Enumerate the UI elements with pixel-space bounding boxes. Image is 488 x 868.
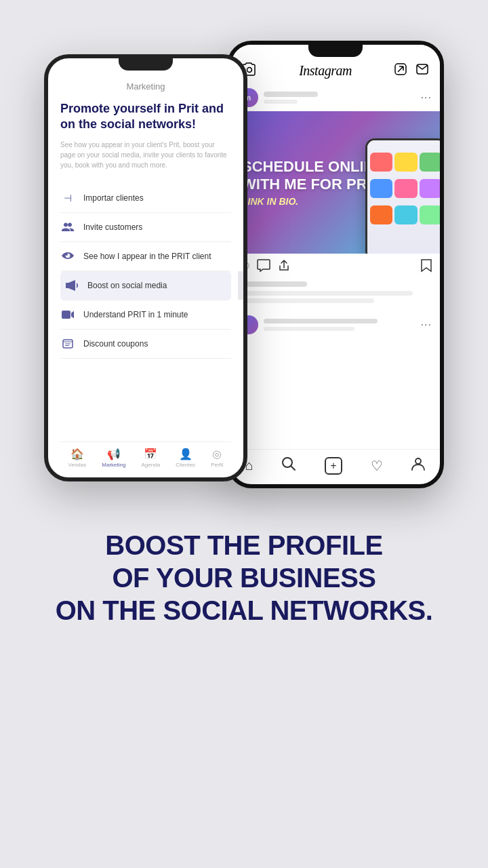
nav-vendas[interactable]: 🏠 Vendas <box>68 448 87 468</box>
nav-agenda-label: Agenda <box>142 462 161 468</box>
menu-item-coupons[interactable]: Discount coupons <box>60 330 231 359</box>
nav-perfil-label: Perfil <box>211 462 223 468</box>
menu-label-import: Importar clientes <box>83 193 144 203</box>
ig-bottom-nav: ⌂ + ♡ <box>231 449 440 484</box>
menu-item-appear[interactable]: See how I appear in the PRIT client <box>60 242 231 271</box>
agenda-nav-icon: 📅 <box>144 448 157 460</box>
invite-icon <box>60 220 75 235</box>
ig-share-icon[interactable] <box>277 259 291 276</box>
second-post-line2 <box>264 327 354 331</box>
nav-marketing[interactable]: 📢 Marketing <box>102 448 125 468</box>
eye-icon <box>60 249 75 264</box>
ig-likes-block <box>231 281 440 310</box>
ig-send-icon[interactable] <box>394 62 407 79</box>
second-post-line1 <box>264 319 378 323</box>
phones-row: Marketing Promote yourself in Prit and o… <box>0 41 488 502</box>
ig-caption-line2 <box>239 298 374 303</box>
app-icon-2 <box>394 153 417 172</box>
bottom-nav: 🏠 Vendas 📢 Marketing 📅 Agenda 👤 Clientes <box>60 441 231 471</box>
tagline-line2: OF YOUR BUSINESS <box>56 561 433 594</box>
app-icon-1 <box>370 153 392 172</box>
ig-second-post: ··· <box>231 310 440 340</box>
clientes-nav-icon: 👤 <box>179 448 192 460</box>
phone-in-post-inner <box>367 140 440 254</box>
ig-messenger-icon[interactable] <box>415 62 429 79</box>
instagram-screen: Instagram <box>231 45 440 484</box>
app-icon-5 <box>394 179 417 198</box>
username-line <box>264 92 318 97</box>
menu-label-understand: Understand PRIT in 1 minute <box>83 310 188 319</box>
ig-post-header: n ··· <box>231 84 440 111</box>
app-icon-6 <box>420 179 440 198</box>
phone-notch-right <box>308 45 363 57</box>
app-icon-3 <box>420 153 440 172</box>
ig-schedule-line1: SCHEDULE ONLINE <box>242 158 384 176</box>
instagram-logo: Instagram <box>299 63 352 79</box>
ig-comment-icon[interactable] <box>257 259 270 276</box>
username-sub-line <box>264 100 298 104</box>
ig-likes-line <box>239 281 307 287</box>
home-nav-icon: 🏠 <box>70 448 84 460</box>
marketing-nav-icon: 📢 <box>107 448 121 460</box>
ig-header-icons <box>394 62 429 79</box>
svg-line-9 <box>291 466 295 470</box>
prit-main-heading: Promote yourself in Prit and on the soci… <box>60 101 231 132</box>
ig-more-icon[interactable]: ··· <box>421 92 432 104</box>
perfil-nav-icon: ◎ <box>212 448 222 460</box>
menu-label-coupons: Discount coupons <box>83 339 148 349</box>
ig-bookmark-icon[interactable] <box>421 259 432 276</box>
app-icon-7 <box>370 205 392 224</box>
nav-clientes-label: Clientes <box>176 462 195 468</box>
menu-label-appear: See how I appear in the PRIT client <box>83 252 211 261</box>
ig-search-icon[interactable] <box>281 456 296 475</box>
ig-profile-icon[interactable] <box>411 456 426 475</box>
second-post-lines <box>264 319 415 331</box>
svg-rect-0 <box>62 311 70 319</box>
prit-screen: Marketing Promote yourself in Prit and o… <box>48 58 243 477</box>
megaphone-icon <box>64 278 79 293</box>
menu-item-import[interactable]: ⊣ Importar clientes <box>60 184 231 213</box>
video-icon <box>60 307 75 322</box>
ig-heart-icon[interactable]: ♡ <box>371 458 383 474</box>
menu-label-boost: Boost on social media <box>87 281 167 290</box>
ig-link-text: LINK IN BIO. <box>242 196 384 207</box>
import-icon: ⊣ <box>60 191 75 205</box>
phone-in-post-mockup <box>365 138 440 254</box>
page-container: Marketing Promote yourself in Prit and o… <box>0 0 488 868</box>
ig-create-icon[interactable]: + <box>325 457 342 475</box>
app-icon-8 <box>394 205 417 224</box>
svg-point-5 <box>247 68 252 73</box>
app-icon-4 <box>370 179 392 198</box>
ig-post-image: SCHEDULE ONLINE WITH ME FOR PRIT LINK IN… <box>231 111 440 254</box>
ig-post-actions: ♡ <box>231 254 440 281</box>
phone-notch-left <box>119 58 173 71</box>
nav-vendas-label: Vendas <box>68 462 87 468</box>
highlight-bar <box>238 271 243 300</box>
coupon-icon <box>60 336 75 351</box>
menu-item-understand[interactable]: Understand PRIT in 1 minute <box>60 300 231 330</box>
nav-clientes[interactable]: 👤 Clientes <box>176 448 195 468</box>
second-post-more-icon[interactable]: ··· <box>421 319 432 331</box>
prit-sub-text: See how you appear in your client's Prit… <box>60 140 231 170</box>
phone-right: Instagram <box>227 41 444 488</box>
nav-marketing-label: Marketing <box>102 462 125 468</box>
menu-item-invite[interactable]: Invite customers <box>60 213 231 242</box>
bottom-tagline: BOOST THE PROFILE OF YOUR BUSINESS ON TH… <box>28 529 460 627</box>
menu-item-boost[interactable]: Boost on social media <box>60 271 231 300</box>
phone-left: Marketing Promote yourself in Prit and o… <box>44 54 247 481</box>
prit-menu-list: ⊣ Importar clientes Invite customers <box>60 184 231 441</box>
ig-caption-line1 <box>239 291 413 296</box>
tagline-line1: BOOST THE PROFILE <box>56 529 433 561</box>
ig-username-block <box>264 92 415 104</box>
svg-point-10 <box>415 458 421 464</box>
menu-label-invite: Invite customers <box>83 222 142 232</box>
tagline-line3: ON THE SOCIAL NETWORKS. <box>56 594 433 627</box>
app-icon-9 <box>420 205 440 224</box>
ig-schedule-line2: WITH ME FOR PRIT <box>242 176 384 193</box>
nav-agenda[interactable]: 📅 Agenda <box>142 448 161 468</box>
nav-perfil[interactable]: ◎ Perfil <box>211 448 223 468</box>
prit-screen-title: Marketing <box>60 81 231 92</box>
